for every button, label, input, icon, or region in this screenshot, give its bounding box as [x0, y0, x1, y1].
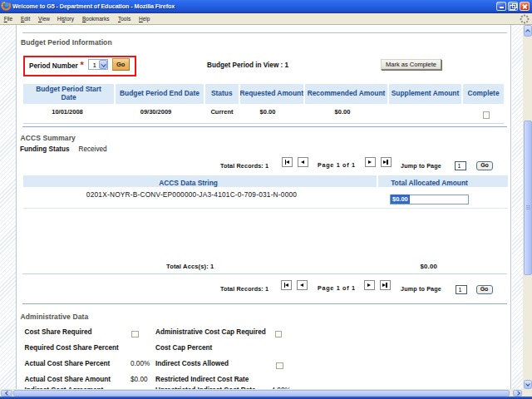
table-bottom-border [23, 123, 504, 124]
first-page-button[interactable] [282, 157, 293, 168]
admin-section-title: Administrative Data [21, 313, 89, 321]
period-number-label: Period Number [29, 62, 78, 70]
admin-label: Administrative Cost Cap Required [155, 328, 266, 336]
cost-share-required-checkbox[interactable] [131, 331, 139, 338]
section-divider [22, 126, 507, 128]
complete-checkbox[interactable] [483, 111, 490, 119]
right-arrow-icon [515, 391, 520, 396]
required-asterisk: * [81, 60, 84, 70]
menu-view[interactable]: View [38, 16, 50, 22]
accs-col-header-string: ACCS Data String [159, 179, 218, 187]
total-accs-amount: $0.00 [421, 263, 438, 270]
menu-bar: File Edit View History Bookmarks Tools H… [0, 13, 532, 25]
accs-row-border [23, 208, 508, 209]
next-page-icon [368, 160, 372, 164]
admin-label: Cost Cap Percent [155, 344, 212, 352]
title-bar: Welcome to G5 - Department of Education … [0, 0, 532, 13]
admin-label: Cost Share Required [25, 328, 92, 336]
previous-page-button-2[interactable] [297, 280, 308, 291]
first-page-icon [286, 160, 289, 164]
page-right-border [510, 25, 511, 389]
scroll-down-button[interactable] [524, 380, 532, 389]
total-allocated-amount-input[interactable]: $0.00 [390, 195, 470, 204]
page-background-left [0, 25, 16, 389]
jump-page-input-2[interactable]: 1 [456, 285, 468, 294]
funding-status-label: Funding Status [20, 145, 70, 153]
col-header-recommended: Recommended Amount [305, 84, 387, 104]
page-content: Budget Period Information Period Number … [0, 25, 523, 389]
actual-cost-share-percent-value: 0.00% [131, 360, 150, 367]
menu-help[interactable]: Help [139, 16, 150, 22]
select-dropdown-arrow-icon[interactable] [99, 60, 107, 69]
cell-status: Current [210, 108, 233, 116]
total-records: Total Records: 1 [220, 162, 268, 170]
next-page-button[interactable] [365, 157, 376, 168]
col-header-start-date: Budget Period Start Date [23, 84, 114, 104]
admin-label: Indirect Costs Allowed [155, 360, 229, 367]
throbber-icon [520, 14, 530, 24]
page-background-right [512, 25, 524, 389]
indirect-costs-allowed-checkbox[interactable] [276, 362, 283, 370]
jump-go-button-2[interactable]: Go [476, 285, 493, 294]
last-page-button[interactable] [381, 157, 392, 168]
previous-page-button[interactable] [298, 157, 308, 168]
admin-label: Actual Cost Share Percent [25, 360, 111, 367]
first-page-icon [285, 283, 288, 287]
admin-label: Actual Cost Share Amount [25, 376, 111, 383]
scrollbar-corner [523, 389, 532, 397]
col-header-complete: Complete [463, 84, 504, 104]
next-page-button-2[interactable] [364, 280, 375, 291]
col-header-status: Status [205, 84, 239, 104]
selected-text: $0.00 [391, 195, 410, 204]
cell-recommended: $0.00 [335, 108, 351, 116]
minimize-button[interactable] [496, 2, 506, 12]
menu-file[interactable]: File [4, 16, 13, 22]
budget-section-title: Budget Period Information [21, 38, 112, 47]
cell-end-date: 09/30/2009 [140, 108, 172, 116]
jump-to-page-label: Jump to Page [401, 162, 441, 170]
menu-bookmarks[interactable]: Bookmarks [82, 16, 110, 22]
total-accs-label: Total Accs(s): 1 [166, 263, 214, 270]
period-number-select[interactable]: 1 [88, 59, 108, 70]
menu-tools[interactable]: Tools [118, 16, 131, 22]
menu-history[interactable]: History [57, 16, 74, 22]
accs-data-string: 0201X-NOYR-B-CONV-EP000000-JA3-4101C-0-7… [86, 190, 297, 199]
period-in-view-label: Budget Period in View : 1 [207, 62, 288, 69]
restore-button[interactable] [508, 2, 518, 12]
col-header-start-date-label: Budget Period Start Date [35, 86, 103, 101]
window-title: Welcome to G5 - Department of Education … [12, 2, 175, 10]
last-page-bar-icon [387, 160, 388, 165]
horizontal-scrollbar[interactable] [0, 389, 523, 397]
accs-section-title: ACCS Summary [21, 134, 76, 142]
scroll-right-button[interactable] [513, 390, 522, 397]
browser-window: Welcome to G5 - Department of Education … [0, 0, 532, 399]
page-indicator-2: Page 1 of 1 [318, 284, 356, 292]
previous-page-icon [301, 160, 304, 164]
close-button[interactable] [520, 2, 530, 12]
total-records-2: Total Records: 1 [220, 285, 268, 293]
scroll-left-button[interactable] [1, 390, 12, 397]
firefox-icon [1, 1, 11, 11]
admin-cost-cap-required-checkbox[interactable] [275, 331, 283, 338]
last-page-bar-icon [386, 283, 387, 288]
vertical-scroll-thumb[interactable] [524, 121, 532, 275]
jump-page-input[interactable]: 1 [455, 161, 467, 170]
select-value: 1 [93, 62, 96, 69]
horizontal-scroll-thumb[interactable] [13, 390, 510, 397]
vertical-scrollbar[interactable] [523, 25, 532, 389]
last-page-button-2[interactable] [380, 280, 391, 291]
period-go-button[interactable]: Go [112, 58, 131, 71]
jump-to-page-label-2: Jump to Page [401, 285, 441, 293]
jump-go-button[interactable]: Go [476, 161, 493, 170]
page-indicator: Page 1 of 1 [318, 161, 356, 169]
divider [22, 273, 507, 274]
actual-cost-share-amount-value: $0.00 [131, 376, 148, 383]
scroll-up-button[interactable] [524, 25, 532, 37]
section-divider [22, 32, 507, 33]
section-divider [22, 303, 507, 305]
menu-edit[interactable]: Edit [21, 16, 30, 22]
mark-as-complete-button[interactable]: Mark as Complete [381, 59, 441, 71]
down-arrow-icon [525, 382, 530, 387]
first-page-button-2[interactable] [281, 280, 292, 291]
col-header-end-date: Budget Period End Date [116, 84, 204, 104]
